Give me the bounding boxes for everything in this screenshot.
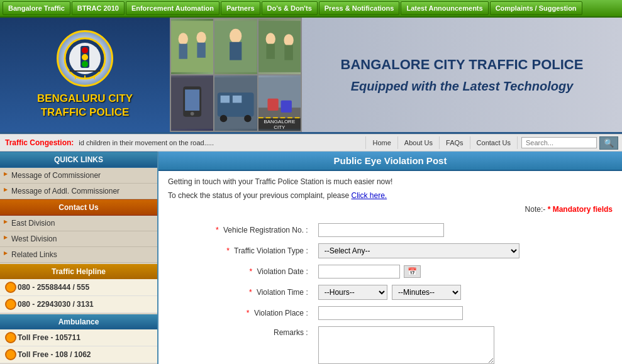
check-status-text: To check the status of your previous com…: [168, 191, 613, 200]
banner-images: BANGALORE CITY: [170, 18, 302, 132]
main-content: QUICK LINKS Message of Commissioner Mess…: [0, 152, 622, 364]
banner-main-title: BANGALORE CITY TRAFFIC POLICE: [341, 57, 584, 73]
note-line: Note:- * Mandatory fields: [168, 205, 613, 214]
contact-us-header: Contact Us: [0, 199, 157, 216]
svg-rect-11: [171, 21, 213, 72]
note-label: Note:-: [525, 205, 546, 214]
violation-place-input[interactable]: [318, 306, 463, 320]
banner-right-text: BANGALORE CITY TRAFFIC POLICE Equipped w…: [302, 18, 622, 132]
nav-press[interactable]: Press & Notifications: [319, 1, 400, 15]
svg-point-32: [220, 115, 228, 123]
remarks-textarea[interactable]: [318, 326, 494, 364]
nav-bangalore-traffic[interactable]: Bangalore Traffic: [3, 1, 70, 15]
svg-point-17: [230, 29, 242, 43]
svg-rect-18: [230, 42, 242, 60]
svg-rect-15: [197, 43, 205, 58]
banner-img-4: [171, 75, 213, 131]
logo-section: BENGALURU CITY TRAFFIC POLICE: [0, 18, 170, 132]
nav-home[interactable]: Home: [366, 136, 397, 149]
form-row-place: * Violation Place :: [168, 303, 613, 323]
mandatory-text: * Mandatory fields: [548, 205, 613, 214]
helpline-item-2: 080 - 22943030 / 3131: [0, 296, 157, 313]
svg-point-27: [191, 112, 194, 116]
nav-contact-us[interactable]: Contact Us: [470, 136, 518, 149]
header-banner: BENGALURU CITY TRAFFIC POLICE: [0, 18, 622, 134]
ticker-label: Traffic Congestion:: [0, 138, 79, 147]
violation-minutes-select[interactable]: --Minutes-- 000510 152025 303540 455055: [392, 285, 461, 300]
nav-about-us[interactable]: About Us: [398, 136, 440, 149]
quicklinks-header: QUICK LINKS: [0, 152, 157, 168]
helpline-header: Traffic Helpline: [0, 264, 157, 279]
click-here-link[interactable]: Click here.: [352, 191, 387, 200]
svg-point-22: [284, 34, 293, 46]
search-button[interactable]: 🔍: [599, 136, 618, 150]
nav-dos-donts[interactable]: Do's & Don'ts: [262, 1, 318, 15]
sidebar-item-west-division[interactable]: West Division: [0, 231, 157, 247]
banner-img-6: BANGALORE CITY: [258, 75, 301, 131]
content-body: Getting in touch with your Traffic Polic…: [158, 171, 622, 364]
helpline-item-1: 080 - 25588444 / 555: [0, 279, 157, 296]
nav-complaints[interactable]: Complaints / Suggestion: [490, 1, 582, 15]
form-row-remarks: Remarks :: [168, 323, 613, 364]
required-star-place: *: [247, 309, 250, 317]
svg-point-20: [265, 33, 275, 45]
svg-point-14: [196, 31, 206, 43]
vehicle-registration-input[interactable]: [318, 223, 444, 237]
ambulance-header: Ambulance: [0, 314, 157, 329]
logo-circle: [57, 30, 113, 87]
svg-rect-26: [185, 89, 199, 111]
svg-rect-21: [266, 44, 274, 59]
left-sidebar: QUICK LINKS Message of Commissioner Mess…: [0, 152, 157, 364]
calendar-button[interactable]: 📅: [404, 265, 421, 278]
required-star-date: *: [250, 267, 253, 276]
remarks-label: Remarks :: [168, 323, 313, 364]
sidebar-item-related-links[interactable]: Related Links: [0, 247, 157, 263]
form-row-vehicle: * Vehicle Registration No. :: [168, 220, 613, 240]
nav-enforcement[interactable]: Enforcement Automation: [126, 1, 219, 15]
violation-form: * Vehicle Registration No. : * Traffic V…: [168, 220, 613, 364]
svg-point-3: [82, 47, 88, 53]
sidebar-item-commissioner[interactable]: Message of Commissioner: [0, 168, 157, 184]
nav-btrac[interactable]: BTRAC 2010: [72, 1, 125, 15]
ambulance-item-1: Toll Free - 105711: [0, 329, 157, 346]
ambulance-item-2: Toll Free - 108 / 1062: [0, 346, 157, 363]
banner-img-1: [171, 19, 213, 74]
sidebar-item-east-division[interactable]: East Division: [0, 216, 157, 231]
svg-rect-13: [179, 44, 187, 59]
top-navigation: Bangalore Traffic BTRAC 2010 Enforcement…: [0, 0, 622, 18]
sidebar-item-addl-commissioner[interactable]: Message of Addl. Commissioner: [0, 184, 157, 199]
banner-img-5: [214, 75, 257, 131]
right-content: Public Eye Violation Post Getting in tou…: [157, 152, 622, 364]
violation-type-select[interactable]: --Select Any-- Over Speeding Signal Jump…: [318, 243, 519, 258]
violation-place-label: * Violation Place :: [168, 303, 313, 323]
banner-img-3: [258, 19, 301, 74]
svg-point-33: [244, 115, 252, 123]
nav-partners[interactable]: Partners: [221, 1, 260, 15]
svg-rect-37: [267, 99, 278, 111]
svg-rect-19: [258, 21, 301, 72]
svg-point-12: [179, 33, 188, 45]
form-row-date: * Violation Date : 📅: [168, 262, 613, 282]
nav-faqs[interactable]: FAQs: [440, 136, 470, 149]
ticker-bar: Traffic Congestion: id children in their…: [0, 134, 622, 152]
violation-time-label: * Violation Time :: [168, 282, 313, 303]
content-header: Public Eye Violation Post: [158, 152, 622, 171]
search-input[interactable]: [521, 137, 597, 148]
violation-hours-select[interactable]: --Hours-- 010203 040506 070809 101112: [318, 285, 387, 300]
svg-rect-23: [284, 45, 292, 60]
intro-text: Getting in touch with your Traffic Polic…: [168, 177, 613, 186]
form-row-time: * Violation Time : --Hours-- 010203 0405…: [168, 282, 613, 303]
nav-announcements[interactable]: Latest Announcements: [401, 1, 488, 15]
required-star-time: *: [249, 288, 252, 297]
banner-img-2: [214, 19, 257, 74]
svg-point-4: [82, 54, 88, 60]
banner-caption: BANGALORE CITY: [258, 118, 301, 131]
ticker-navigation: Home About Us FAQs Contact Us: [365, 136, 518, 149]
form-row-violation-type: * Traffic Violation Type : --Select Any-…: [168, 240, 613, 262]
violation-type-label: * Traffic Violation Type :: [168, 240, 313, 262]
violation-date-input[interactable]: [318, 265, 400, 279]
logo-text: BENGALURU CITY TRAFFIC POLICE: [37, 92, 133, 119]
required-star-type: *: [226, 246, 230, 255]
violation-date-label: * Violation Date :: [168, 262, 313, 282]
svg-point-5: [82, 61, 88, 67]
